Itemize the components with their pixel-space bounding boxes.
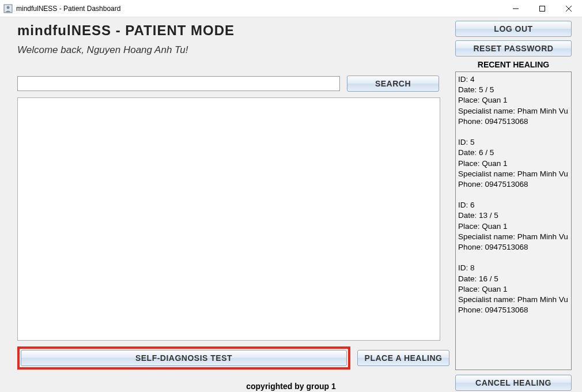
healing-entry: ID: 6Date: 13 / 5Place: Quan 1Specialist… bbox=[458, 200, 569, 252]
healing-line: Specialist name: Pham Minh Vu bbox=[458, 169, 569, 179]
healing-line: Date: 16 / 5 bbox=[458, 274, 569, 284]
healing-line: Place: Quan 1 bbox=[458, 95, 569, 105]
main-panel: mindfulNESS - PATIENT MODE Welcome back,… bbox=[17, 21, 451, 392]
reset-password-button[interactable]: RESET PASSWORD bbox=[455, 40, 572, 56]
healing-line: ID: 5 bbox=[458, 137, 569, 148]
healing-entry: ID: 4Date: 5 / 5Place: Quan 1Specialist … bbox=[458, 74, 569, 127]
close-button[interactable] bbox=[555, 0, 582, 17]
healing-line: Phone: 0947513068 bbox=[458, 305, 569, 315]
minimize-button[interactable] bbox=[502, 0, 529, 17]
titlebar: mindfulNESS - Patient Dashboard bbox=[0, 0, 582, 17]
healing-line: Place: Quan 1 bbox=[458, 284, 569, 295]
healing-line: ID: 6 bbox=[458, 200, 569, 210]
svg-rect-3 bbox=[540, 6, 545, 11]
self-diagnosis-highlight: SELF-DIAGNOSIS TEST bbox=[17, 346, 350, 370]
healing-line: ID: 4 bbox=[458, 74, 569, 85]
healing-line: ID: 8 bbox=[458, 263, 569, 273]
healing-line: Specialist name: Pham Minh Vu bbox=[458, 232, 569, 242]
healing-line: Date: 13 / 5 bbox=[458, 210, 569, 221]
healing-entry: ID: 5Date: 6 / 5Place: Quan 1Specialist … bbox=[458, 137, 569, 190]
search-button[interactable]: SEARCH bbox=[347, 76, 439, 92]
healing-line: Specialist name: Pham Minh Vu bbox=[458, 295, 569, 305]
bottom-actions: SELF-DIAGNOSIS TEST PLACE A HEALING bbox=[17, 346, 451, 370]
search-row: SEARCH bbox=[17, 76, 451, 92]
side-panel: LOG OUT RESET PASSWORD RECENT HEALING ID… bbox=[455, 21, 572, 392]
window-controls bbox=[502, 0, 582, 17]
healing-line: Phone: 0947513068 bbox=[458, 179, 569, 190]
search-input[interactable] bbox=[17, 76, 340, 91]
svg-point-1 bbox=[7, 6, 10, 9]
recent-healing-list: ID: 4Date: 5 / 5Place: Quan 1Specialist … bbox=[455, 71, 572, 370]
self-diagnosis-button[interactable]: SELF-DIAGNOSIS TEST bbox=[21, 350, 347, 366]
page-title: mindfulNESS - PATIENT MODE bbox=[17, 22, 451, 39]
welcome-message: Welcome back, Nguyen Hoang Anh Tu! bbox=[17, 44, 451, 56]
healing-line: Phone: 0947513068 bbox=[458, 242, 569, 252]
results-box bbox=[17, 97, 440, 341]
footer-text: copyrighted by group 1 bbox=[0, 382, 582, 391]
healing-entry: ID: 8Date: 16 / 5Place: Quan 1Specialist… bbox=[458, 263, 569, 315]
place-healing-button[interactable]: PLACE A HEALING bbox=[357, 350, 449, 366]
log-out-button[interactable]: LOG OUT bbox=[455, 21, 572, 37]
healing-line: Specialist name: Pham Minh Vu bbox=[458, 106, 569, 116]
maximize-button[interactable] bbox=[529, 0, 555, 17]
healing-line: Place: Quan 1 bbox=[458, 221, 569, 232]
healing-line: Place: Quan 1 bbox=[458, 159, 569, 169]
app-icon bbox=[3, 4, 13, 13]
healing-line: Date: 6 / 5 bbox=[458, 148, 569, 158]
healing-line: Phone: 0947513068 bbox=[458, 116, 569, 127]
window-title: mindfulNESS - Patient Dashboard bbox=[16, 5, 502, 13]
recent-healing-title: RECENT HEALING bbox=[455, 60, 572, 69]
healing-line: Date: 5 / 5 bbox=[458, 85, 569, 95]
